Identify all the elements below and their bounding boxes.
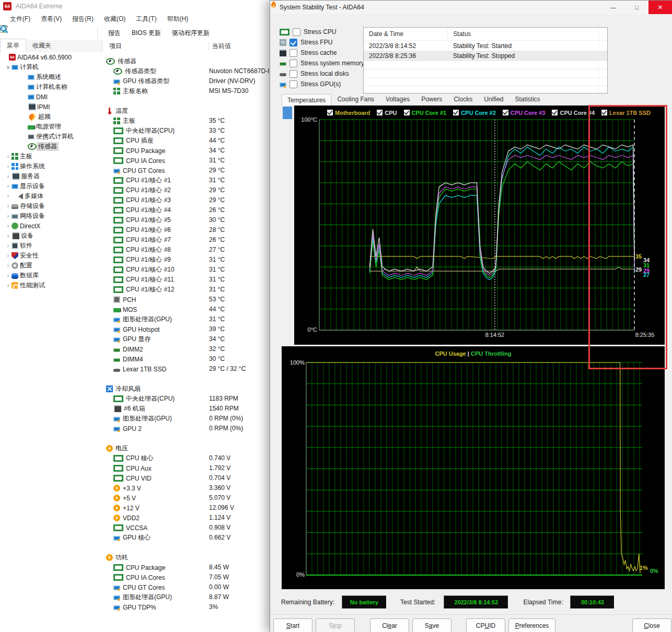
sensor-row[interactable]: GPU 传感器类型 Driver (NV-DRV) xyxy=(102,76,270,86)
tree-item[interactable]: › 服务器 xyxy=(0,171,102,181)
chart-tab[interactable]: Unified xyxy=(478,93,509,106)
table-header[interactable]: Date & Time Status xyxy=(364,28,607,41)
tree-item[interactable]: › 软件 xyxy=(0,241,102,251)
save-button[interactable]: Save xyxy=(412,618,451,632)
chart-tab[interactable]: Statistics xyxy=(509,93,546,106)
sensor-row[interactable]: 图形处理器(GPU) 31 °C xyxy=(102,314,270,324)
sensor-row[interactable]: CPU GT Cores 29 °C xyxy=(102,166,270,175)
sensor-row[interactable]: CPU #1/核心 #2 29 °C xyxy=(102,185,270,195)
minimize-button[interactable]: — xyxy=(601,1,625,14)
tree-expander-icon[interactable]: ∨ xyxy=(5,64,11,70)
tree-expander-icon[interactable]: › xyxy=(5,203,11,209)
sensor-row[interactable]: CPU #1/核心 #8 27 °C xyxy=(102,245,270,255)
legend-checkbox[interactable] xyxy=(601,110,607,115)
sensor-row[interactable]: Lexar 1TB SSD 29 °C / 32 °C xyxy=(102,364,270,374)
tree-item[interactable]: DMI xyxy=(0,92,102,102)
tree-expander-icon[interactable]: › xyxy=(5,183,11,189)
sensor-row[interactable]: CPU VID 0.704 V xyxy=(102,473,270,483)
driver-update-button[interactable]: 驱动程序更新 xyxy=(165,28,214,39)
sensor-row[interactable]: CPU #1/核心 #10 31 °C xyxy=(102,265,270,275)
report-button[interactable]: 报告 xyxy=(101,28,125,39)
tree-item[interactable]: › 存储设备 xyxy=(0,201,102,211)
sensor-row[interactable]: +3.3 V 3.360 V xyxy=(102,483,270,493)
tree-expander-icon[interactable]: › xyxy=(5,233,11,239)
forward-icon[interactable] xyxy=(16,27,31,39)
sensor-row[interactable]: GPU Hotspot 39 °C xyxy=(102,324,270,334)
sensor-row[interactable]: CPU GT Cores 0.00 W xyxy=(102,582,270,592)
bios-update-button[interactable]: BIOS 更新 xyxy=(125,28,165,39)
sensor-row[interactable]: CPU #1/核心 #3 29 °C xyxy=(102,195,270,205)
maximize-button[interactable]: □ xyxy=(625,1,648,14)
tree-item[interactable]: IPMI xyxy=(0,102,102,112)
sensor-row[interactable]: CPU Aux 1.792 V xyxy=(102,463,270,473)
tree-item[interactable]: › 性能测试 xyxy=(0,280,102,290)
sensor-row[interactable] xyxy=(102,434,270,443)
tree-expander-icon[interactable]: › xyxy=(5,173,11,179)
sensor-row[interactable]: 电压 xyxy=(102,443,270,453)
scrollbar-thumb[interactable] xyxy=(283,107,292,119)
close-button[interactable]: ✕ xyxy=(648,1,672,14)
tree-item[interactable]: 便携式计算机 xyxy=(0,132,102,142)
sensor-row[interactable]: 传感器类型 Nuvoton NCT6687D-I xyxy=(102,66,270,76)
menu-item[interactable]: 查看(V) xyxy=(36,13,66,25)
sensor-row[interactable]: 功耗 xyxy=(102,553,270,563)
sensor-row[interactable]: GPU TDP% 3% xyxy=(102,602,270,612)
sensor-row[interactable]: VDD2 1.124 V xyxy=(102,513,270,523)
sensor-row[interactable]: CPU #1/核心 #4 26 °C xyxy=(102,205,270,215)
legend-checkbox[interactable] xyxy=(327,110,333,115)
legend-checkbox[interactable] xyxy=(377,110,383,115)
sensor-row[interactable]: CPU Package 34 °C xyxy=(102,146,270,156)
tree-expander-icon[interactable]: › xyxy=(5,154,11,159)
tree-item[interactable]: › 配置 xyxy=(0,261,102,271)
tree-item[interactable]: › 显示设备 xyxy=(0,181,102,191)
stress-checkbox[interactable] xyxy=(289,80,297,88)
sensor-row[interactable]: CPU #1/核心 #9 31 °C xyxy=(102,255,270,265)
tree-expander-icon[interactable]: › xyxy=(5,263,11,268)
sensor-row[interactable]: 传感器 xyxy=(102,56,270,66)
sensor-row[interactable]: 冷却风扇 xyxy=(102,384,270,394)
tree-item[interactable]: 64 AIDA64 v6.60.5900 xyxy=(0,52,102,62)
sensor-row[interactable]: +5 V 5.070 V xyxy=(102,493,270,503)
chart-tab[interactable]: Clocks xyxy=(448,93,478,106)
sensor-row[interactable]: 主板名称 MSI MS-7D30 xyxy=(102,86,270,96)
sensor-row[interactable]: CPU Package 8.45 W xyxy=(102,563,270,572)
chart-tab[interactable]: Powers xyxy=(415,93,448,106)
sensor-row[interactable]: CPU IA Cores 31 °C xyxy=(102,156,270,166)
menu-item[interactable]: 帮助(H) xyxy=(163,13,193,25)
tree-item[interactable]: 超频 xyxy=(0,112,102,122)
tree-item[interactable]: › 网络设备 xyxy=(0,211,102,221)
tree-expander-icon[interactable]: › xyxy=(5,163,11,169)
sensor-row[interactable]: CPU IA Cores 7.05 W xyxy=(102,572,270,582)
sensor-row[interactable]: 中央处理器(CPU) 1183 RPM xyxy=(102,394,270,404)
sensor-row[interactable]: 图形处理器(GPU) 8.87 W xyxy=(102,592,270,602)
legend-checkbox[interactable] xyxy=(552,110,558,115)
stress-checkbox[interactable] xyxy=(289,49,297,57)
menu-item[interactable]: 收藏(O) xyxy=(99,13,130,25)
tree-item[interactable]: 传感器 xyxy=(0,142,102,151)
close-button[interactable]: Close xyxy=(632,618,671,632)
tree-item[interactable]: › 数据库 xyxy=(0,271,102,280)
tree-expander-icon[interactable]: › xyxy=(5,213,11,219)
legend-checkbox[interactable] xyxy=(503,110,508,115)
tree-item[interactable]: 系统概述 xyxy=(0,72,102,82)
sensor-row[interactable]: CPU #1/核心 #7 26 °C xyxy=(102,235,270,245)
sensor-row[interactable]: #6 机箱 1540 RPM xyxy=(102,404,270,414)
sensor-row[interactable]: PCH 53 °C xyxy=(102,295,270,305)
sensor-row[interactable]: VCCSA 0.908 V xyxy=(102,523,270,533)
tree-item[interactable]: 计算机名称 xyxy=(0,82,102,92)
stress-checkbox[interactable] xyxy=(289,60,297,67)
sensor-row[interactable]: MOS 44 °C xyxy=(102,305,270,314)
tree-item[interactable]: › 设备 xyxy=(0,231,102,241)
sensor-row[interactable]: CPU #1/核心 #5 30 °C xyxy=(102,215,270,225)
table-row[interactable]: 2022/3/8 8:25:36 Stability Test: Stopped xyxy=(364,51,607,61)
sensor-row[interactable]: DIMM4 30 °C xyxy=(102,354,270,364)
tree-item[interactable]: 电源管理 xyxy=(0,122,102,132)
tree-expander-icon[interactable]: › xyxy=(5,223,11,229)
tree-expander-icon[interactable]: › xyxy=(5,273,11,278)
sensor-row[interactable]: CPU #1/核心 #11 31 °C xyxy=(102,275,270,285)
menu-item[interactable]: 文件(F) xyxy=(5,13,35,25)
sensor-row[interactable]: CPU #1/核心 #12 31 °C xyxy=(102,285,270,295)
chart-tab[interactable]: Voltages xyxy=(380,93,415,106)
sensor-row[interactable]: 温度 xyxy=(102,106,270,116)
table-row[interactable]: 2022/3/8 8:14:52 Stability Test: Started xyxy=(364,41,607,51)
